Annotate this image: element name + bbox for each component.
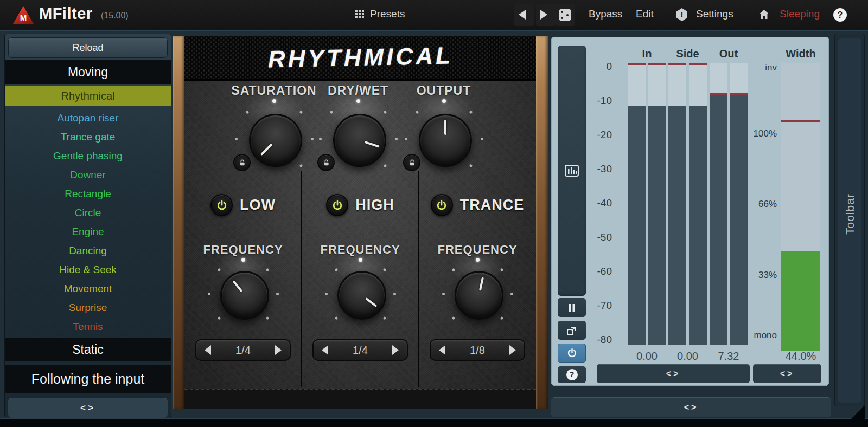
width-peak-line: [781, 120, 820, 122]
knob-face: [333, 114, 386, 167]
preset-item[interactable]: Autopan riser: [5, 108, 171, 127]
band-power-button[interactable]: [210, 194, 233, 216]
knob-dot: [510, 293, 513, 295]
step-value[interactable]: 1/4: [336, 344, 384, 357]
knob-face: [419, 114, 472, 167]
band-power-button[interactable]: [326, 194, 348, 216]
step-prev-icon: [439, 345, 445, 355]
db-tick-label: -40: [573, 197, 612, 209]
resize-handle[interactable]: [848, 405, 865, 422]
presets-button[interactable]: Presets: [370, 8, 405, 20]
lock-button[interactable]: [233, 154, 251, 171]
preset-group-static[interactable]: Static: [5, 338, 171, 361]
knob-dot: [208, 293, 210, 295]
step-next-icon: [392, 345, 399, 355]
lock-button[interactable]: [403, 154, 420, 171]
frequency-knob-low[interactable]: [206, 257, 280, 331]
device-header: RHYTHMICAL: [184, 36, 536, 81]
frequency-knob-high[interactable]: [323, 257, 397, 331]
edit-button[interactable]: Edit: [636, 8, 654, 20]
preset-item[interactable]: Downer: [5, 165, 171, 184]
preset-item[interactable]: Engine: [5, 222, 171, 241]
title-bar: M MFilter (15.00) Presets Bypass Edit ! …: [0, 0, 868, 30]
meter-column-value: 7.32: [701, 350, 756, 363]
knob-dot: [500, 316, 503, 320]
band-header: HIGH: [302, 194, 419, 216]
knob-dot: [442, 99, 446, 103]
preset-group-following[interactable]: Following the input: [5, 365, 171, 393]
step-next-icon: [509, 345, 516, 355]
frequency-knob-trance[interactable]: [441, 257, 514, 331]
meter-bar-fill: [710, 93, 727, 345]
width-scrollbar[interactable]: <>: [753, 364, 821, 383]
step-value[interactable]: 1/4: [219, 344, 267, 357]
device-body: RHYTHMICAL SATURATIONDRY/WETOUTPUT LOWFR…: [184, 36, 536, 409]
sidebar-scrollbar[interactable]: <>: [8, 398, 168, 418]
sleeping-status[interactable]: Sleeping: [780, 8, 820, 20]
toolbar-label: Toolbar: [844, 204, 857, 235]
bottom-scrollbar[interactable]: <>: [551, 397, 831, 417]
knob-dot: [235, 138, 238, 140]
preset-item[interactable]: Surprise: [5, 298, 171, 317]
meter-bar-fill: [648, 106, 666, 345]
preset-item[interactable]: Movement: [5, 279, 171, 298]
meter-help-button[interactable]: ?: [558, 366, 586, 383]
reload-button[interactable]: Reload: [8, 37, 168, 58]
preset-item[interactable]: Circle: [5, 203, 171, 222]
knob-face: [220, 271, 269, 320]
knob-dot: [319, 138, 322, 140]
band-power-button[interactable]: [431, 194, 453, 216]
toolbar-tab[interactable]: Toolbar: [834, 34, 865, 406]
meter-bar-fill: [628, 106, 646, 345]
meter-power-button[interactable]: [558, 344, 586, 363]
step-prev-button[interactable]: [196, 340, 219, 360]
preset-item[interactable]: Trance gate: [5, 127, 171, 146]
step-prev-icon: [205, 345, 211, 355]
preset-item[interactable]: Tennis: [5, 317, 171, 336]
unlock-icon: [239, 159, 246, 166]
help-icon[interactable]: ?: [833, 8, 847, 22]
device-panel: RHYTHMICAL SATURATIONDRY/WETOUTPUT LOWFR…: [173, 36, 548, 409]
width-meter-fill: [781, 251, 820, 351]
knob-dot: [442, 293, 445, 295]
knob-dot: [395, 138, 398, 140]
preset-next-icon[interactable]: [540, 10, 547, 20]
alert-icon[interactable]: !: [676, 8, 687, 21]
preset-group-moving[interactable]: Moving: [5, 60, 171, 84]
step-prev-icon: [322, 345, 328, 355]
home-icon[interactable]: [757, 8, 771, 21]
step-next-button[interactable]: [267, 340, 290, 360]
device-title: RHYTHMICAL: [267, 42, 453, 73]
step-prev-button[interactable]: [431, 340, 454, 360]
preset-item[interactable]: Gentle phasing: [5, 146, 171, 165]
preset-item[interactable]: Rectangle: [5, 184, 171, 203]
meter-scrollbar[interactable]: <>: [597, 364, 750, 383]
knob-dot: [382, 316, 386, 320]
unlock-icon: [323, 159, 330, 166]
random-preset-icon[interactable]: [559, 9, 571, 21]
meter-peak-line: [628, 63, 646, 65]
bypass-button[interactable]: Bypass: [589, 8, 622, 20]
step-next-icon: [275, 345, 282, 355]
preset-item[interactable]: Dancing: [5, 241, 171, 260]
step-next-button[interactable]: [384, 340, 407, 360]
knob-dot: [383, 164, 387, 167]
step-prev-button[interactable]: [314, 340, 336, 360]
preset-item-selected[interactable]: Rhythmical: [5, 86, 171, 106]
lock-button[interactable]: [317, 154, 335, 171]
knob-dot: [393, 293, 396, 295]
settings-button[interactable]: Settings: [696, 8, 733, 20]
meter-peak-line: [710, 93, 727, 95]
knob-dot: [265, 316, 269, 320]
step-value[interactable]: 1/8: [454, 344, 501, 357]
melda-logo-letter: M: [13, 13, 34, 22]
wood-rail-left: [173, 36, 184, 409]
step-next-button[interactable]: [501, 340, 524, 360]
meter-panel: ? 0-10-20-30-40-50-60-70-80In0.00Side0.0…: [551, 37, 829, 386]
preset-item[interactable]: Hide & Seek: [5, 260, 171, 279]
band-name: HIGH: [355, 197, 394, 214]
meter-peak-line: [730, 93, 748, 95]
knob-dot: [299, 164, 303, 167]
preset-prev-icon[interactable]: [519, 10, 526, 20]
knob-dot: [272, 99, 276, 103]
